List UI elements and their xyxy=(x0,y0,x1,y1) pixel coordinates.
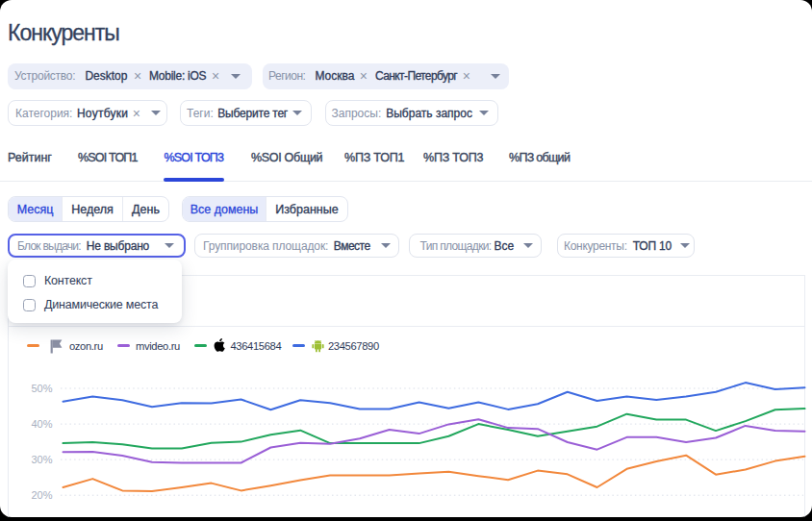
svg-text:50%: 50% xyxy=(31,383,52,394)
svg-text:40%: 40% xyxy=(31,418,52,430)
svg-text:30%: 30% xyxy=(31,454,52,465)
svg-text:20%: 20% xyxy=(31,489,52,501)
